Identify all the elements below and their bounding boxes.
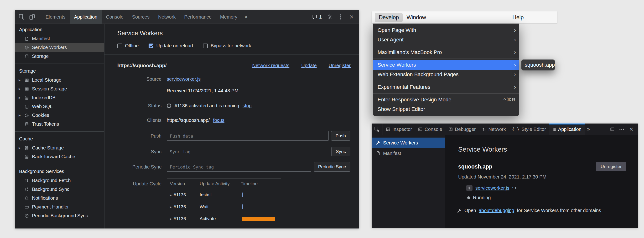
pick-element-icon[interactable] bbox=[372, 123, 383, 135]
sidebar-item-storage[interactable]: Storage bbox=[15, 52, 104, 61]
expand-arrow-icon[interactable]: ▸ bbox=[170, 205, 172, 209]
menu-item-experimental-features[interactable]: Experimental Features › bbox=[373, 82, 519, 92]
tab-inspector[interactable]: Inspector bbox=[383, 123, 415, 135]
checkbox-icon[interactable] bbox=[117, 44, 122, 48]
table-row-activate[interactable]: ▸#1136 Activate bbox=[167, 213, 281, 225]
sidebar-item-periodic-background-sync[interactable]: Periodic Background Sync bbox=[15, 211, 104, 220]
menu-item-show-snippet-editor[interactable]: Show Snippet Editor bbox=[373, 105, 519, 114]
database-icon bbox=[24, 96, 29, 100]
updated-timestamp: Updated November 24, 2021, 2:17:30 PM bbox=[458, 174, 638, 180]
expand-arrow-icon[interactable]: ▸ bbox=[18, 145, 21, 150]
periodic-sync-tag-input[interactable] bbox=[167, 162, 311, 172]
sidebar-item-web-sql[interactable]: Web SQL bbox=[15, 102, 104, 111]
tab-application[interactable]: Application bbox=[70, 10, 102, 23]
sync-tag-input[interactable] bbox=[167, 147, 329, 156]
running-status-text: Running bbox=[473, 195, 491, 200]
sidebar-item-label: Storage bbox=[32, 54, 49, 59]
sidebar-item-manifest[interactable]: Manifest bbox=[15, 34, 104, 43]
tab-console[interactable]: Console bbox=[102, 10, 128, 23]
tab-memory[interactable]: Memory bbox=[216, 10, 242, 23]
issues-counter[interactable]: 1 bbox=[310, 14, 324, 20]
expand-arrow-icon[interactable]: ▸ bbox=[170, 193, 172, 197]
service-workers-submenu-item[interactable]: squoosh.app bbox=[522, 59, 555, 70]
sidebar-item-trust-tokens[interactable]: Trust Tokens bbox=[15, 120, 104, 128]
about-debugging-link[interactable]: about:debugging bbox=[479, 208, 514, 213]
meatball-menu-icon[interactable] bbox=[617, 125, 626, 134]
worker-origin: squoosh.app bbox=[458, 163, 492, 170]
sidebar-item-payment-handler[interactable]: Payment Handler bbox=[15, 203, 104, 211]
unregister-button[interactable]: Unregister bbox=[596, 162, 626, 171]
expand-arrow-icon[interactable]: ▸ bbox=[170, 217, 172, 221]
source-file-link[interactable]: serviceworker.js bbox=[167, 76, 200, 82]
menubar-item-help[interactable]: Help bbox=[508, 13, 527, 22]
unregister-link[interactable]: Unregister bbox=[329, 63, 350, 68]
device-toolbar-icon[interactable] bbox=[27, 12, 37, 22]
sidebar-item-cookies[interactable]: ▸ Cookies bbox=[15, 111, 104, 120]
tab-network[interactable]: Network bbox=[154, 10, 180, 23]
sidebar-item-background-sync[interactable]: Background Sync bbox=[15, 185, 104, 194]
sidebar-item-back-forward-cache[interactable]: Back-forward Cache bbox=[15, 152, 104, 161]
tab-network[interactable]: Network bbox=[479, 123, 509, 135]
expand-arrow-icon[interactable]: ▸ bbox=[18, 95, 21, 100]
tab-performance[interactable]: Performance bbox=[180, 10, 216, 23]
network-arrows-icon bbox=[482, 127, 486, 131]
sidebar-item-background-fetch[interactable]: Background Fetch bbox=[15, 176, 104, 185]
checkbox-icon[interactable] bbox=[203, 44, 208, 48]
expand-arrow-icon[interactable]: ▸ bbox=[18, 86, 21, 91]
sidebar-item-service-workers[interactable]: Service Workers bbox=[372, 137, 445, 148]
close-icon[interactable]: × bbox=[346, 12, 356, 22]
focus-link[interactable]: focus bbox=[213, 118, 224, 123]
stop-link[interactable]: stop bbox=[242, 103, 252, 109]
close-icon[interactable]: × bbox=[627, 125, 636, 134]
sidebar-item-notifications[interactable]: Notifications bbox=[15, 194, 104, 203]
column-header-timeline: Timeline bbox=[238, 181, 281, 186]
table-row-install[interactable]: ▸#1136 Install bbox=[167, 189, 281, 201]
sidebar-item-local-storage[interactable]: ▸ Local Storage bbox=[15, 76, 104, 85]
jump-to-source-icon[interactable]: ↪ bbox=[512, 185, 516, 191]
bypass-for-network-checkbox[interactable]: Bypass for network bbox=[203, 43, 251, 49]
sidebar-item-manifest[interactable]: Manifest bbox=[372, 148, 445, 158]
menu-item-web-extension-background-pages[interactable]: Web Extension Background Pages › bbox=[373, 70, 519, 79]
push-data-input[interactable] bbox=[167, 131, 329, 141]
column-header-version: Version bbox=[167, 181, 197, 186]
tab-application[interactable]: Application bbox=[549, 123, 584, 135]
expand-arrow-icon[interactable]: ▸ bbox=[18, 78, 21, 83]
tab-console[interactable]: Console bbox=[415, 123, 445, 135]
sidebar-item-session-storage[interactable]: ▸ Session Storage bbox=[15, 85, 104, 93]
tab-elements[interactable]: Elements bbox=[41, 10, 70, 23]
menu-item-open-page-with[interactable]: Open Page With › bbox=[373, 25, 519, 35]
network-requests-link[interactable]: Network requests bbox=[252, 63, 290, 68]
menu-item-macbook-pro[interactable]: Maximiliano's MacBook Pro › bbox=[373, 48, 519, 57]
up-down-arrows-icon bbox=[24, 178, 29, 183]
split-frame-icon[interactable] bbox=[608, 125, 617, 134]
update-on-reload-checkbox[interactable]: Update on reload bbox=[148, 43, 193, 49]
sidebar-item-cache-storage[interactable]: ▸ Cache Storage bbox=[15, 143, 104, 152]
checkbox-checked-icon[interactable] bbox=[148, 44, 153, 48]
periodic-sync-button[interactable]: Periodic Sync bbox=[314, 162, 350, 172]
sidebar-item-service-workers[interactable]: Service Workers bbox=[15, 43, 104, 52]
tab-style-editor[interactable]: { } Style Editor bbox=[509, 123, 549, 135]
offline-checkbox[interactable]: Offline bbox=[117, 43, 138, 49]
table-row-wait[interactable]: ▸#1136 Wait bbox=[167, 201, 281, 213]
more-tabs-icon[interactable]: » bbox=[584, 123, 592, 135]
settings-gear-icon[interactable] bbox=[324, 12, 335, 22]
push-button[interactable]: Push bbox=[331, 131, 350, 141]
sync-button[interactable]: Sync bbox=[331, 147, 350, 156]
tab-debugger[interactable]: Debugger bbox=[445, 123, 479, 135]
menu-item-service-workers[interactable]: Service Workers › bbox=[373, 60, 519, 70]
sidebar-item-indexeddb[interactable]: ▸ IndexedDB bbox=[15, 93, 104, 102]
update-link[interactable]: Update bbox=[301, 63, 317, 68]
sidebar-section-application: Application Manifest Service Workers Sto… bbox=[15, 25, 104, 64]
tab-sources[interactable]: Sources bbox=[128, 10, 154, 23]
submenu-chevron-icon: › bbox=[514, 72, 516, 77]
menubar-item-develop[interactable]: Develop bbox=[375, 13, 402, 22]
menu-item-enter-responsive-design-mode[interactable]: Enter Responsive Design Mode ^⌘R bbox=[373, 95, 519, 105]
inspect-element-icon[interactable] bbox=[17, 12, 27, 22]
expand-arrow-icon[interactable]: ▸ bbox=[18, 113, 21, 118]
menubar-item-window[interactable]: Window bbox=[402, 13, 430, 22]
menu-separator bbox=[373, 46, 519, 46]
menu-item-user-agent[interactable]: User Agent › bbox=[373, 35, 519, 44]
kebab-menu-icon[interactable] bbox=[336, 12, 346, 22]
more-tabs-icon[interactable]: » bbox=[242, 10, 250, 23]
worker-script-link[interactable]: serviceworker.js bbox=[475, 185, 509, 191]
